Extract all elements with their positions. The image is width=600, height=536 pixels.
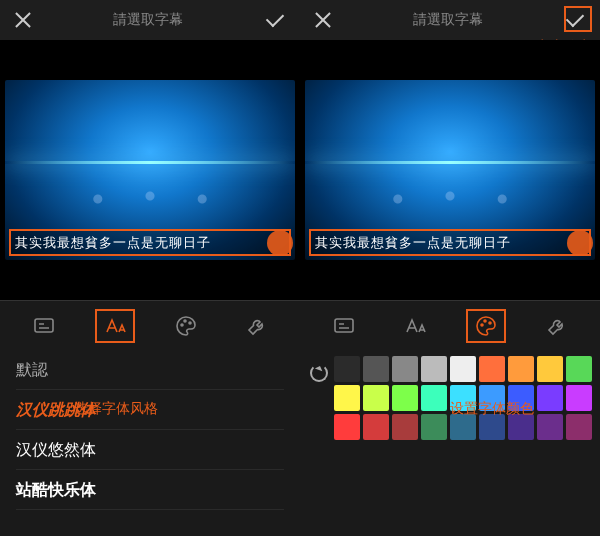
font-option-default[interactable]: 默認 — [16, 350, 284, 390]
caption-box[interactable]: 其实我最想貧多一点是无聊日子 — [309, 229, 591, 256]
color-swatch[interactable] — [392, 356, 418, 382]
color-swatch[interactable] — [392, 385, 418, 411]
svg-rect-0 — [35, 319, 53, 332]
color-swatch[interactable] — [334, 356, 360, 382]
annotation-confirm-box — [564, 6, 592, 32]
color-swatch[interactable] — [421, 356, 447, 382]
tab-subtitle[interactable] — [24, 309, 64, 343]
color-swatch[interactable] — [392, 414, 418, 440]
font-icon — [103, 314, 127, 338]
color-swatch[interactable] — [363, 356, 389, 382]
font-option[interactable]: 站酷快乐体 — [16, 470, 284, 510]
color-swatch[interactable] — [537, 356, 563, 382]
close-icon[interactable] — [14, 11, 32, 29]
wrench-icon — [545, 314, 569, 338]
caption-text: 其实我最想貧多一点是无聊日子 — [15, 235, 211, 250]
color-swatch[interactable] — [566, 414, 592, 440]
svg-point-5 — [481, 324, 483, 326]
annotation-font-style: 选择字体风格 — [74, 400, 158, 418]
video-frame: 其实我最想貧多一点是无聊日子 — [305, 80, 595, 260]
caption-box[interactable]: 其实我最想貧多一点是无聊日子 — [9, 229, 291, 256]
color-swatch[interactable] — [421, 385, 447, 411]
subtitle-icon — [332, 314, 356, 338]
color-swatch[interactable] — [363, 414, 389, 440]
refresh-icon[interactable] — [310, 364, 328, 382]
wrench-icon — [245, 314, 269, 338]
color-panel — [300, 350, 600, 446]
tab-font[interactable] — [95, 309, 135, 343]
color-swatch[interactable] — [537, 385, 563, 411]
pane-left: 請選取字幕 其实我最想貧多一点是无聊日子 — [0, 0, 300, 536]
color-swatch[interactable] — [508, 356, 534, 382]
color-swatch[interactable] — [537, 414, 563, 440]
video-preview: 其实我最想貧多一点是无聊日子 — [300, 40, 600, 300]
record-indicator — [567, 230, 593, 256]
pane-right: 請選取字幕 点击确定 其实我最想貧多一点是无聊日子 — [300, 0, 600, 536]
palette-icon — [474, 314, 498, 338]
font-list: 默認 汉仪跳跳体 汉仪悠然体 站酷快乐体 — [0, 350, 300, 510]
svg-point-2 — [184, 320, 186, 322]
svg-rect-4 — [335, 319, 353, 332]
color-swatch[interactable] — [363, 385, 389, 411]
record-indicator — [267, 230, 293, 256]
color-grid — [334, 356, 592, 440]
color-swatch[interactable] — [450, 356, 476, 382]
palette-icon — [174, 314, 198, 338]
tab-color[interactable] — [166, 309, 206, 343]
color-swatch[interactable] — [479, 356, 505, 382]
svg-point-7 — [489, 322, 491, 324]
svg-point-3 — [189, 322, 191, 324]
header-title: 請選取字幕 — [332, 11, 564, 29]
svg-point-6 — [484, 320, 486, 322]
color-swatch[interactable] — [566, 356, 592, 382]
tab-settings[interactable] — [237, 309, 277, 343]
font-option[interactable]: 汉仪悠然体 — [16, 430, 284, 470]
topbar: 請選取字幕 — [300, 0, 600, 40]
tab-subtitle[interactable] — [324, 309, 364, 343]
tab-settings[interactable] — [537, 309, 577, 343]
color-swatch[interactable] — [421, 414, 447, 440]
confirm-icon[interactable] — [264, 11, 286, 29]
tab-bar — [300, 300, 600, 350]
tab-font[interactable] — [395, 309, 435, 343]
header-title: 請選取字幕 — [32, 11, 264, 29]
color-swatch[interactable] — [566, 385, 592, 411]
color-swatch[interactable] — [334, 385, 360, 411]
video-preview: 其实我最想貧多一点是无聊日子 — [0, 40, 300, 300]
font-icon — [403, 314, 427, 338]
video-frame: 其实我最想貧多一点是无聊日子 — [5, 80, 295, 260]
subtitle-icon — [32, 314, 56, 338]
caption-text: 其实我最想貧多一点是无聊日子 — [315, 235, 511, 250]
close-icon[interactable] — [314, 11, 332, 29]
color-swatch[interactable] — [334, 414, 360, 440]
svg-point-1 — [181, 324, 183, 326]
tab-color[interactable] — [466, 309, 506, 343]
annotation-font-color: 设置字体颜色 — [450, 400, 534, 418]
tab-bar — [0, 300, 300, 350]
topbar: 請選取字幕 — [0, 0, 300, 40]
